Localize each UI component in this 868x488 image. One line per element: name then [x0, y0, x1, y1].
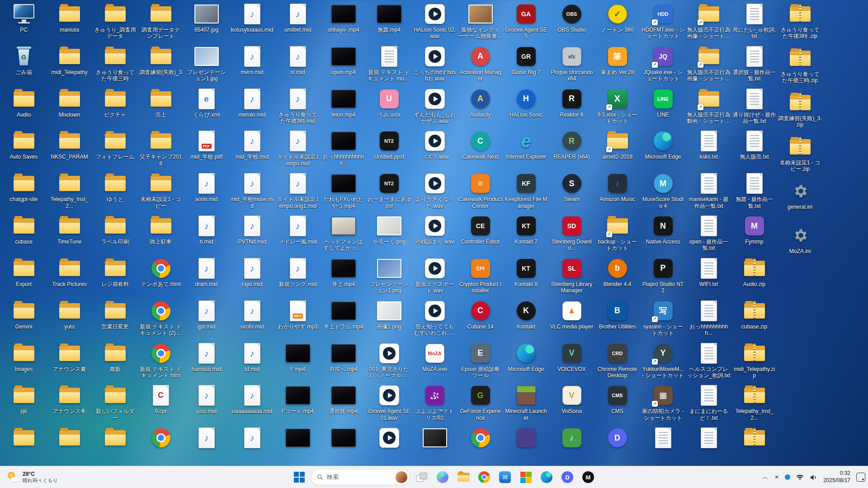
desktop-icon[interactable] [503, 424, 549, 466]
desktop-icon[interactable]: SLSteinberg Library Manager [549, 254, 594, 297]
desktop-icon[interactable]: ▦↗家の防犯カメラ - ショートカット [640, 381, 686, 424]
desktop-icon[interactable] [275, 424, 321, 466]
desktop-icon[interactable]: Groove Agent SE 01.wav [366, 381, 412, 424]
desktop-icon[interactable] [47, 424, 92, 466]
desktop-icon[interactable]: きゅうり食ってた午後三時.zip [777, 44, 823, 89]
desktop-icon[interactable]: sfzPlogue sforzando x64 [549, 42, 594, 85]
desktop-icon[interactable]: midi_Telepathy [47, 42, 92, 85]
desktop-icon[interactable]: 営業日変更 [92, 297, 138, 339]
desktop-icon[interactable]: アナウンス夏 [47, 339, 92, 382]
desktop-icon[interactable]: ↗backup - ショートカット [594, 212, 640, 254]
desktop-icon[interactable]: BBrother Utilities [594, 297, 640, 339]
desktop-icon[interactable]: 新規 テキスト ドキュメント.musicxml [366, 42, 412, 85]
desktop-icon[interactable]: EEpson 接続診断ツール [458, 339, 503, 382]
taskbar-icon-file-explorer[interactable] [454, 468, 472, 486]
desktop-icon[interactable]: HDD↗HDDFMT.exe - ショートカット [640, 0, 686, 42]
desktop-icon[interactable]: ↗無人販売不正行為 動画 - ショートカット [686, 85, 731, 127]
desktop-icon[interactable]: プレゼンテーション1.png [366, 254, 412, 297]
taskbar-icon-microsoft-365[interactable] [517, 468, 535, 486]
desktop-icon[interactable]: Export [1, 254, 47, 297]
desktop-icon[interactable]: 父子キャンプ2018 [138, 127, 184, 169]
desktop-icon[interactable]: ヘッドフォンはずしてよかった.mp4 [321, 212, 366, 254]
desktop-icon[interactable]: だれもFXいれたやつ.mp4 [321, 169, 366, 212]
desktop-icon[interactable]: 最新 [92, 339, 138, 382]
desktop-icon[interactable]: おっhhhhhhhhhhh... [321, 127, 366, 169]
desktop-icon[interactable]: ♪kotusytuaaus.mid [229, 0, 275, 42]
desktop-icon[interactable]: 001_東北きりたん（ノーマル）_今じゃ... [366, 339, 412, 382]
tray-app-icon[interactable] [785, 474, 790, 480]
desktop-icon[interactable]: フォトフレーム [92, 127, 138, 169]
desktop-icon[interactable]: 新しいフォルダー [92, 381, 138, 424]
desktop-icon[interactable]: 新規 テキスト ドキュメント (2).html [138, 297, 184, 339]
desktop-icon[interactable]: 井上ドラム.mp4 [321, 297, 366, 339]
desktop-icon[interactable]: WIFI.txt [686, 254, 731, 297]
desktop-icon[interactable]: Fコード.mp4 [275, 381, 321, 424]
desktop-icon[interactable]: 名称未設定1 - コピー.zip [777, 133, 823, 177]
desktop-icon[interactable]: D [594, 424, 640, 466]
desktop-icon[interactable]: ♪ [549, 424, 594, 466]
desktop-icon[interactable]: 写↗syasinn - ショートカット [640, 297, 686, 339]
desktop-icon[interactable]: midi_Telepathy.zip [731, 339, 777, 382]
desktop-icon[interactable]: maniuta [47, 0, 92, 42]
desktop-icon[interactable]: ♪rajio.mid [229, 254, 275, 297]
taskbar-icon-task-view[interactable] [413, 468, 431, 486]
desktop-icon[interactable]: KTKontakt 7 [503, 212, 549, 254]
desktop-icon[interactable] [92, 424, 138, 466]
desktop-icon[interactable]: 通り抜けぜ - 親作品一覧.txt [731, 85, 777, 127]
desktop-icon[interactable]: ♪b.mid [184, 212, 229, 254]
taskbar-icon-copilot[interactable] [434, 468, 452, 486]
desktop-icon[interactable]: eInternet Explorer [503, 127, 549, 169]
desktop-icon[interactable]: ♪mero.mid [229, 42, 275, 85]
desktop-icon[interactable]: ♪ [184, 424, 229, 466]
desktop-icon[interactable]: teion.mp4 [321, 85, 366, 127]
desktop-icon[interactable]: こっちのhdすbdsbお.wav [412, 42, 458, 85]
desktop-icon[interactable]: ♪PVTNd.mid [229, 212, 275, 254]
desktop-icon[interactable]: OBSOBS Studio [549, 0, 594, 42]
desktop-icon[interactable]: MoZAMoZA.exe [412, 339, 458, 382]
desktop-icon[interactable]: ♪ [229, 424, 275, 466]
wifi-icon[interactable] [796, 474, 804, 481]
desktop-icon[interactable]: Auto Saves [1, 127, 47, 169]
desktop-icon[interactable]: NKSC_PARAM [47, 127, 92, 169]
hidden-icons-chevron[interactable]: ︿ [762, 473, 769, 481]
desktop-icon[interactable] [458, 424, 503, 466]
desktop-icon[interactable]: ♪メドレー風.mid [275, 212, 321, 254]
desktop-icon[interactable]: PPiapro Studio NT2 [640, 254, 686, 297]
desktop-icon[interactable]: ✓ノートン 360 [594, 0, 640, 42]
desktop-icon[interactable]: まにまにわーるど！.txt [686, 381, 731, 424]
desktop-icon[interactable]: 井上.mp4 [321, 254, 366, 297]
tray-app-icon[interactable]: ✕ [774, 474, 779, 480]
desktop-icon[interactable]: general.ini [777, 177, 823, 221]
desktop-icon[interactable]: NT2Untitled.ppsf [366, 127, 412, 169]
desktop-icon[interactable]: CPICrypton Product Installer [458, 254, 503, 297]
desktop-icon[interactable]: KTKontakt 8 [503, 254, 549, 297]
desktop-icon[interactable]: open.mp4 [321, 42, 366, 85]
desktop-icon[interactable] [731, 424, 777, 466]
desktop-icon[interactable]: Uうみ.ustx [366, 85, 412, 127]
desktop-icon[interactable]: きゅうり食ってた午後三時 [92, 42, 138, 85]
desktop-icon[interactable]: HHALion Sonic [503, 85, 549, 127]
desktop-icon[interactable]: KKontakt [503, 297, 549, 339]
desktop-icon[interactable]: レジ袋有料 [92, 254, 138, 297]
desktop-icon[interactable]: jijii [1, 381, 47, 424]
desktop-icon[interactable]: 調査練習(失敗)_3.zip [777, 89, 823, 133]
desktop-icon[interactable]: ♪aorin.mid [184, 169, 229, 212]
search-highlight-image[interactable] [396, 471, 407, 483]
desktop-icon[interactable]: Y↗YukkuriMovieM... - ショートカット [640, 339, 686, 382]
taskbar-icon-mail[interactable]: ✉ [496, 468, 514, 486]
desktop-icon[interactable]: Track Pictures [47, 254, 92, 297]
desktop-icon[interactable]: ♪td.mid [229, 339, 275, 382]
desktop-icon[interactable]: 無題 - 親作品一覧.txt [731, 169, 777, 212]
desktop-icon[interactable]: 孤独なインディーゲーム開発者の一生... [458, 0, 503, 42]
desktop-icon[interactable]: yuto [47, 297, 92, 339]
desktop-icon[interactable]: 名称未設定1 - コピー [138, 169, 184, 212]
desktop-icon[interactable]: きゅうり_調査用データ [92, 0, 138, 42]
desktop-icon[interactable]: GGeForce Experience [458, 381, 503, 424]
desktop-icon[interactable]: ksks.txt [686, 127, 731, 169]
desktop-icon[interactable]: 選択肢.mp4 [321, 381, 366, 424]
desktop-icon[interactable]: ♪umibet.mid [275, 0, 321, 42]
desktop-icon[interactable]: ohhayo-.mp4 [321, 0, 366, 42]
desktop-icon[interactable]: manisekarin - 親作品一覧.txt [686, 169, 731, 212]
desktop-icon[interactable]: PC [1, 0, 47, 42]
desktop-icon[interactable]: ♪Amazon Music [594, 169, 640, 212]
